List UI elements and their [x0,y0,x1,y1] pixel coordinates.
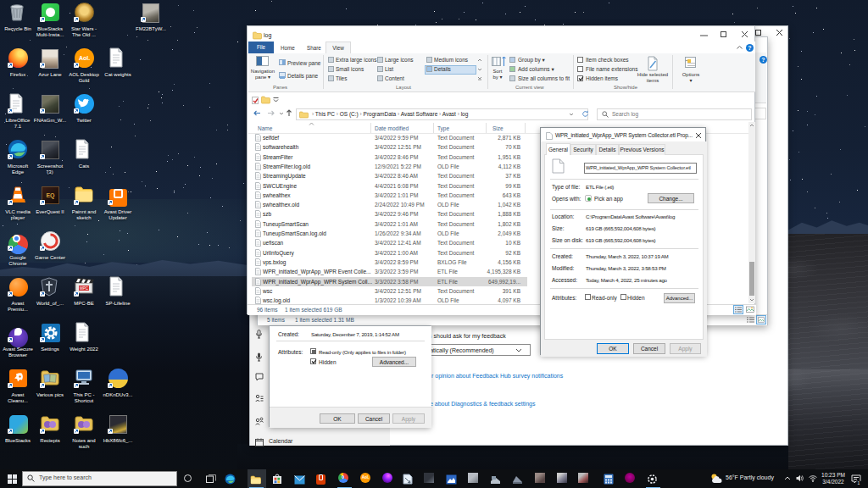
svg-text:MPC: MPC [80,286,89,291]
